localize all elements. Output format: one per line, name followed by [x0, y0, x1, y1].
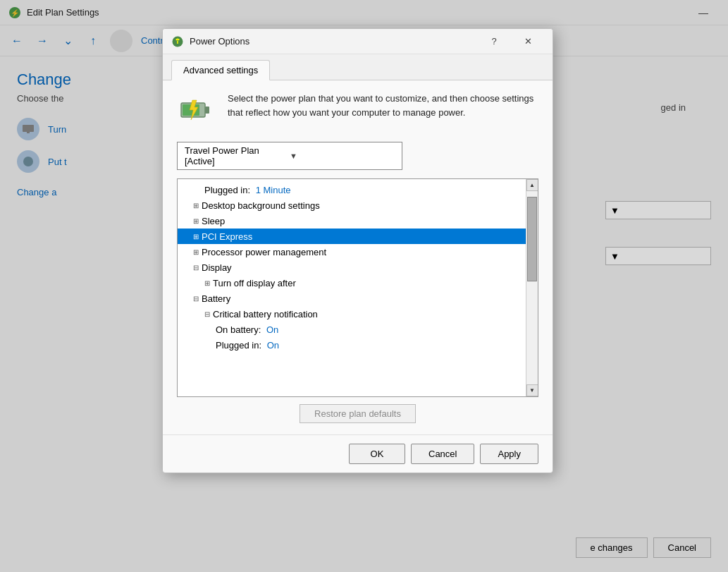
tree-row-pci-express[interactable]: ⊞ PCI Express [178, 229, 526, 244]
settings-tree: Plugged in: 1 Minute ⊞ Desktop backgroun… [177, 178, 538, 397]
tree-label: Display [202, 262, 232, 273]
bg-titlebar: ⚡ Edit Plan Settings — [0, 0, 728, 25]
tree-scrollbar[interactable]: ▲ ▼ [526, 179, 538, 396]
sleep-icon [17, 150, 39, 173]
tree-row-display[interactable]: ⊟ Display [178, 260, 526, 275]
tree-label: Sleep [202, 216, 225, 226]
expand-icon: ⊟ [193, 295, 199, 303]
expand-icon: ⊞ [193, 233, 199, 241]
bg-window-title: Edit Plan Settings [27, 7, 99, 18]
intro-text: Select the power plan that you want to c… [228, 92, 538, 119]
restore-plan-defaults-button[interactable]: Restore plan defaults [300, 404, 416, 423]
scroll-down-button[interactable]: ▼ [526, 384, 538, 396]
up-button[interactable]: ↑ [82, 30, 104, 52]
expand-icon: ⊟ [193, 264, 199, 272]
bg-window-icon: ⚡ [8, 6, 21, 19]
tree-label: Plugged in: [204, 185, 253, 195]
dropdown-button[interactable]: ⌄ [56, 30, 79, 52]
tab-advanced-settings[interactable]: Advanced settings [171, 60, 270, 80]
tree-value: On [266, 324, 278, 335]
bg-dropdown-2[interactable]: ▼ [605, 247, 711, 265]
dialog-close-button[interactable]: ✕ [512, 29, 544, 54]
tree-label: Processor power management [202, 247, 326, 257]
tree-row-battery[interactable]: ⊟ Battery [178, 291, 526, 306]
svg-rect-2 [23, 125, 34, 132]
tree-row[interactable]: ⊞ Desktop background settings [178, 197, 526, 213]
intro-row: Select the power plan that you want to c… [177, 92, 538, 130]
back-button[interactable]: ← [6, 30, 28, 52]
bg-bottom-buttons: e changes Cancel [576, 537, 711, 558]
forward-button[interactable]: → [31, 30, 54, 52]
bg-save-button[interactable]: e changes [576, 537, 648, 558]
dialog-content: Select the power plan that you want to c… [163, 80, 553, 434]
tree-row[interactable]: ⊞ Processor power management [178, 244, 526, 260]
bg-change-link[interactable]: Change a [17, 187, 56, 197]
nav-icon [110, 30, 132, 52]
tree-value: 1 Minute [256, 185, 291, 195]
display-icon [17, 118, 39, 140]
bg-dropdown-1[interactable]: ▼ [605, 201, 711, 219]
tree-label: Turn off display after [213, 278, 296, 288]
bg-setting-2-label: Put t [48, 157, 67, 167]
tree-content: Plugged in: 1 Minute ⊞ Desktop backgroun… [178, 179, 526, 396]
expand-icon: ⊞ [193, 217, 199, 225]
plan-dropdown-value: Travel Power Plan [Active] [185, 145, 290, 166]
svg-rect-3 [27, 132, 30, 133]
tree-row-turn-off-display[interactable]: ⊞ Turn off display after [178, 275, 526, 291]
dialog-title-buttons: ? ✕ [478, 29, 544, 54]
tree-label: PCI Express [202, 231, 252, 242]
tree-label: Battery [202, 293, 230, 304]
dialog-footer: OK Cancel Apply [163, 434, 553, 473]
minimize-button[interactable]: — [687, 0, 720, 25]
svg-point-4 [23, 157, 33, 166]
dialog-titlebar: Power Options ? ✕ [163, 29, 553, 54]
svg-rect-8 [205, 107, 209, 114]
apply-button[interactable]: Apply [480, 444, 538, 464]
dialog-window-icon [171, 35, 184, 48]
tree-row[interactable]: ⊞ Sleep [178, 213, 526, 229]
tree-value: On [267, 340, 279, 351]
dialog-title: Power Options [190, 36, 249, 47]
chevron-down-icon: ▼ [290, 152, 395, 160]
tree-row[interactable]: On battery: On [178, 322, 526, 337]
tree-row[interactable]: Plugged in: 1 Minute [178, 182, 526, 197]
expand-icon: ⊞ [204, 279, 210, 287]
power-plan-icon [177, 92, 214, 128]
dialog-body: Advanced settings [163, 54, 553, 473]
expand-icon: ⊟ [204, 310, 210, 318]
tree-label: Desktop background settings [202, 200, 320, 211]
svg-rect-6 [177, 40, 178, 44]
tree-label: Critical battery notification [213, 309, 318, 320]
cancel-button[interactable]: Cancel [411, 444, 474, 464]
bg-setting-1-label: Turn [48, 124, 66, 135]
panel-right-label: ged in [661, 102, 686, 113]
tree-row-critical-battery[interactable]: ⊟ Critical battery notification [178, 306, 526, 322]
expand-icon: ⊞ [193, 202, 199, 209]
scroll-track[interactable] [526, 191, 538, 384]
power-options-dialog: Power Options ? ✕ Advanced settings [162, 28, 553, 473]
tree-row[interactable]: Plugged in: On [178, 337, 526, 353]
bg-cancel-button[interactable]: Cancel [653, 537, 711, 558]
tree-label: Plugged in: [216, 340, 264, 351]
svg-text:⚡: ⚡ [11, 8, 20, 18]
power-icon-area [177, 92, 216, 130]
tree-label: On battery: [216, 324, 264, 335]
expand-icon: ⊞ [193, 248, 199, 256]
scroll-up-button[interactable]: ▲ [526, 179, 538, 191]
dialog-tabs: Advanced settings [163, 54, 553, 80]
scroll-thumb[interactable] [527, 197, 537, 281]
ok-button[interactable]: OK [349, 444, 405, 464]
dialog-help-button[interactable]: ? [478, 29, 510, 54]
plan-dropdown[interactable]: Travel Power Plan [Active] ▼ [177, 142, 402, 170]
